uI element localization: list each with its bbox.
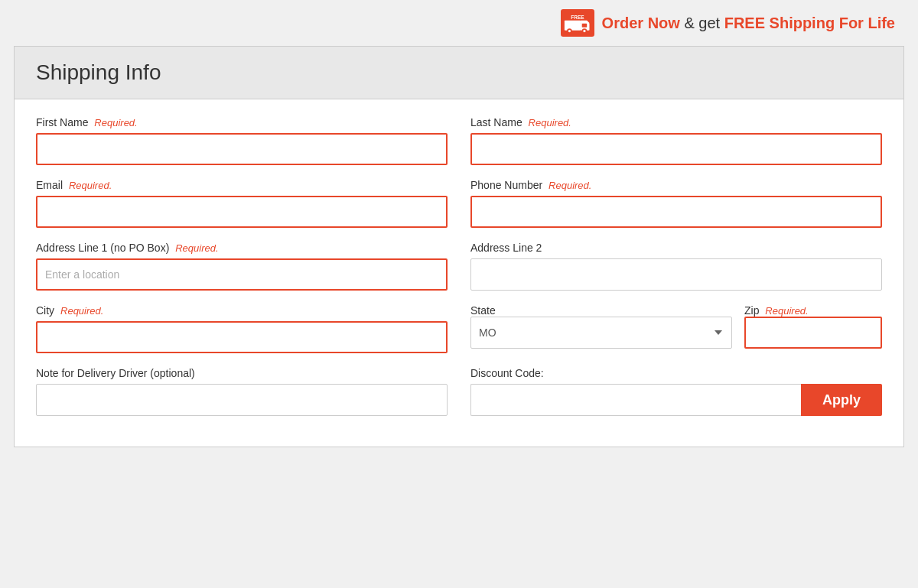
city-input[interactable]: [36, 321, 448, 353]
zip-required: Required.: [765, 305, 808, 317]
form-title-bar: Shipping Info: [15, 47, 903, 99]
apply-button[interactable]: Apply: [801, 384, 882, 416]
email-group: Email Required.: [36, 179, 448, 228]
email-label: Email Required.: [36, 179, 448, 191]
zip-input[interactable]: [744, 317, 882, 349]
note-input[interactable]: [36, 384, 448, 416]
city-group: City Required.: [36, 304, 448, 353]
phone-group: Phone Number Required.: [470, 179, 882, 228]
svg-text:FREE: FREE: [571, 15, 584, 20]
zip-label: Zip Required.: [744, 304, 809, 317]
city-required: Required.: [60, 305, 103, 317]
shipping-form-container: Shipping Info First Name Required. Last …: [14, 46, 904, 447]
banner-and: & get: [680, 15, 724, 31]
last-name-label: Last Name Required.: [470, 116, 882, 128]
last-name-group: Last Name Required.: [470, 116, 882, 165]
address1-label: Address Line 1 (no PO Box) Required.: [36, 242, 448, 254]
address1-required: Required.: [175, 242, 218, 254]
banner-free-shipping: FREE Shipping For Life: [724, 15, 895, 31]
svg-rect-2: [564, 21, 580, 31]
svg-point-7: [568, 30, 570, 32]
note-label: Note for Delivery Driver (optional): [36, 367, 448, 379]
discount-label: Discount Code:: [470, 367, 882, 379]
free-truck-icon: FREE: [561, 9, 594, 37]
zip-group: Zip Required.: [744, 304, 882, 353]
phone-input[interactable]: [470, 196, 882, 228]
phone-required: Required.: [549, 180, 591, 191]
discount-input-wrapper: Apply: [470, 384, 882, 416]
discount-input[interactable]: [470, 384, 801, 416]
first-name-input[interactable]: [36, 133, 448, 165]
note-group: Note for Delivery Driver (optional): [36, 367, 448, 416]
state-select[interactable]: MO AL AK AZ AR CA CO CT DE FL GA HI: [470, 317, 732, 349]
state-group: State MO AL AK AZ AR CA CO CT DE FL: [470, 304, 732, 353]
banner-order-now: Order Now: [602, 15, 680, 31]
phone-label: Phone Number Required.: [470, 179, 882, 191]
state-label: State: [470, 304, 496, 317]
address2-input[interactable]: [470, 258, 882, 291]
city-state-zip-row: City Required. State MO AL AK AZ AR: [36, 304, 882, 353]
city-label: City Required.: [36, 304, 448, 317]
banner-text: Order Now & get FREE Shipping For Life: [602, 15, 895, 32]
discount-group: Discount Code: Apply: [470, 367, 882, 416]
address1-group: Address Line 1 (no PO Box) Required.: [36, 242, 448, 291]
email-required: Required.: [69, 180, 112, 191]
last-name-input[interactable]: [470, 133, 882, 165]
state-zip-group: State MO AL AK AZ AR CA CO CT DE FL: [470, 304, 882, 353]
first-name-group: First Name Required.: [36, 116, 448, 165]
address-row: Address Line 1 (no PO Box) Required. Add…: [36, 242, 882, 291]
note-discount-row: Note for Delivery Driver (optional) Disc…: [36, 367, 882, 416]
email-phone-row: Email Required. Phone Number Required.: [36, 179, 882, 228]
state-zip-outer-group: State MO AL AK AZ AR CA CO CT DE FL: [470, 304, 882, 353]
svg-rect-5: [581, 24, 587, 28]
address2-group: Address Line 2: [470, 242, 882, 291]
form-body: First Name Required. Last Name Required.…: [15, 99, 903, 447]
address1-input[interactable]: [36, 258, 448, 291]
first-name-label: First Name Required.: [36, 116, 448, 128]
svg-point-9: [583, 30, 585, 32]
address2-label: Address Line 2: [470, 242, 882, 254]
last-name-required: Required.: [529, 117, 571, 128]
name-row: First Name Required. Last Name Required.: [36, 116, 882, 165]
email-input[interactable]: [36, 196, 448, 228]
first-name-required: Required.: [94, 117, 137, 128]
top-banner: FREE Order Now & get FREE Shipping For L…: [0, 0, 918, 46]
form-title: Shipping Info: [36, 60, 882, 85]
